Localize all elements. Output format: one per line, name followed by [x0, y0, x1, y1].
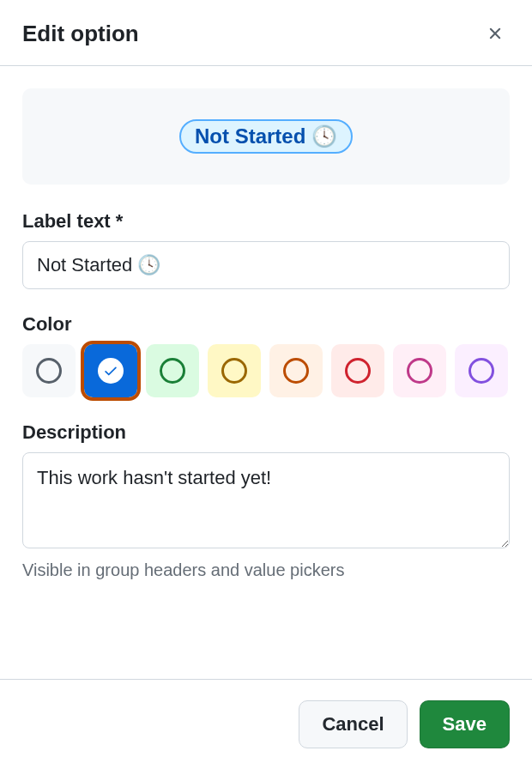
- color-swatch-green[interactable]: [146, 344, 199, 397]
- label-text-label: Label text *: [22, 210, 510, 233]
- preview-label-chip: Not Started 🕓: [179, 119, 353, 154]
- dialog-footer: Cancel Save: [0, 679, 532, 769]
- ring-icon: [469, 358, 494, 384]
- description-section: Description Visible in group headers and…: [22, 421, 510, 580]
- color-swatch-orange[interactable]: [269, 344, 323, 397]
- label-text-input[interactable]: [22, 241, 510, 289]
- ring-icon: [160, 358, 185, 384]
- label-text-section: Label text *: [22, 210, 510, 289]
- color-swatch-pink[interactable]: [393, 344, 446, 397]
- ring-icon: [283, 358, 309, 384]
- color-swatch-row: [22, 344, 510, 397]
- preview-area: Not Started 🕓: [22, 88, 510, 185]
- ring-icon: [345, 358, 371, 384]
- close-icon: [486, 24, 505, 43]
- color-swatch-gray[interactable]: [22, 344, 76, 397]
- ring-icon: [407, 358, 432, 384]
- color-swatch-blue[interactable]: [84, 344, 137, 397]
- edit-option-dialog: Edit option Not Started 🕓 Label text * C…: [0, 0, 532, 769]
- color-swatch-red[interactable]: [331, 344, 384, 397]
- dialog-header: Edit option: [0, 0, 532, 66]
- color-label: Color: [22, 313, 510, 336]
- description-textarea[interactable]: [22, 452, 510, 548]
- color-section: Color: [22, 313, 510, 397]
- close-button[interactable]: [481, 19, 510, 48]
- color-swatch-yellow[interactable]: [208, 344, 261, 397]
- dialog-title: Edit option: [22, 21, 139, 47]
- ring-icon: [221, 358, 247, 384]
- description-help-text: Visible in group headers and value picke…: [22, 560, 510, 580]
- cancel-button[interactable]: Cancel: [299, 700, 407, 748]
- preview-label-text: Not Started 🕓: [195, 124, 337, 148]
- color-swatch-purple[interactable]: [455, 344, 508, 397]
- dialog-body: Not Started 🕓 Label text * Color: [0, 66, 532, 679]
- check-icon: [98, 358, 124, 384]
- save-button[interactable]: Save: [420, 700, 510, 748]
- description-label: Description: [22, 421, 510, 444]
- ring-icon: [36, 358, 62, 384]
